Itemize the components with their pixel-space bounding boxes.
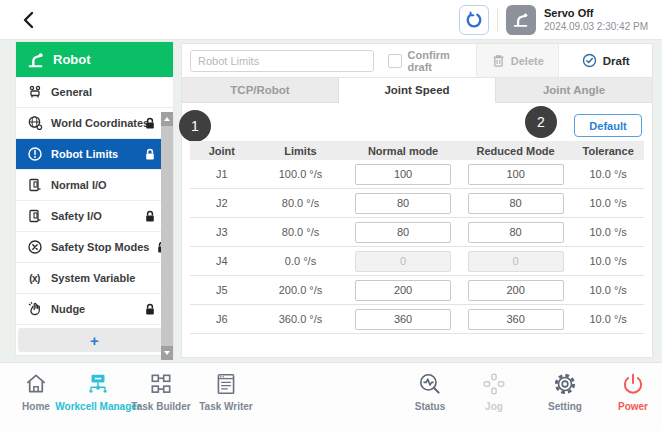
tolerance-value: 10.0 °/s [572, 313, 644, 325]
confirm-draft-label: Confirm draft [408, 49, 477, 73]
table-row-j4: J4 0.0 °/s 10.0 °/s [190, 247, 644, 276]
sidebar-item-label: Robot Limits [51, 148, 118, 160]
reduced-mode-input[interactable] [468, 309, 564, 330]
sidebar-item-robot-limits[interactable]: Robot Limits [16, 139, 173, 170]
tab-joint-speed[interactable]: Joint Speed [339, 78, 496, 103]
normal-mode-input [355, 251, 451, 272]
normal-mode-input[interactable] [355, 164, 451, 185]
sidebar-item-system-variable[interactable]: (x) System Variable [16, 263, 173, 294]
plus-icon: + [90, 332, 99, 349]
tolerance-value: 10.0 °/s [572, 255, 644, 267]
joint-label: J2 [190, 197, 254, 209]
trash-icon [492, 54, 505, 68]
tolerance-value: 10.0 °/s [572, 226, 644, 238]
joint-label: J3 [190, 226, 254, 238]
draft-button[interactable]: Draft [559, 44, 652, 77]
sidebar-title: Robot [53, 52, 91, 67]
nav-power[interactable]: Power [578, 371, 662, 412]
sidebar-header: Robot [16, 42, 173, 77]
item-name-input[interactable] [190, 50, 374, 72]
servo-status: Servo Off [544, 7, 648, 21]
sidebar-item-safety-stop-modes[interactable]: Safety Stop Modes [16, 232, 173, 263]
check-circle-icon [582, 53, 597, 68]
lock-icon [144, 302, 156, 320]
table-row-j2: J2 80.0 °/s 10.0 °/s [190, 189, 644, 218]
sidebar-item-normal-io[interactable]: Normal I/O [16, 170, 173, 201]
tab-tcp-robot[interactable]: TCP/Robot [182, 78, 339, 103]
column-header-reduced-mode: Reduced Mode [459, 145, 573, 157]
normal-mode-input[interactable] [355, 193, 451, 214]
triangle-down-icon [164, 351, 170, 355]
jog-dpad-icon [481, 371, 507, 397]
robot-status-button[interactable] [506, 5, 536, 35]
recovery-arrow-icon [465, 11, 483, 29]
normal-mode-input[interactable] [355, 309, 451, 330]
reduced-mode-input[interactable] [468, 193, 564, 214]
normal-mode-input[interactable] [355, 222, 451, 243]
recovery-button[interactable] [459, 5, 489, 35]
main-panel: Confirm draft Delete Draft TCP/Robot Joi… [181, 43, 653, 358]
delete-button[interactable]: Delete [476, 44, 559, 77]
robot-arm-icon [512, 11, 530, 29]
confirm-draft-checkbox[interactable] [388, 54, 402, 68]
sidebar-item-world-coordinates[interactable]: World Coordinates [16, 108, 173, 139]
limit-value: 100.0 °/s [254, 168, 348, 180]
tolerance-value: 10.0 °/s [572, 284, 644, 296]
sidebar-item-label: Safety Stop Modes [51, 241, 149, 253]
limit-value: 200.0 °/s [254, 284, 348, 296]
normal-mode-input[interactable] [355, 280, 451, 301]
bottom-nav-bar: Home Workcell Manager Task Builder Task … [0, 362, 662, 431]
sidebar-item-general[interactable]: General [16, 77, 173, 108]
nav-label: Task Writer [199, 401, 253, 412]
globe-icon [26, 115, 43, 131]
x-circle-icon [26, 239, 43, 255]
robot-arm-icon [27, 51, 45, 69]
topbar-divider [497, 8, 498, 32]
table-row-j6: J6 360.0 °/s 10.0 °/s [190, 305, 644, 334]
reduced-mode-input[interactable] [468, 280, 564, 301]
nav-label: Power [618, 401, 648, 412]
lock-icon [144, 147, 156, 165]
add-workcell-item-button[interactable]: + [18, 328, 171, 352]
reduced-mode-input[interactable] [468, 222, 564, 243]
tolerance-value: 10.0 °/s [572, 197, 644, 209]
column-header-tolerance: Tolerance [572, 145, 644, 157]
default-button[interactable]: Default [574, 114, 642, 137]
nudge-hand-icon [26, 301, 43, 317]
gear-icon [552, 371, 578, 397]
io-port-icon [26, 177, 43, 193]
limit-value: 80.0 °/s [254, 226, 348, 238]
sidebar-scrollbar[interactable] [161, 112, 173, 360]
timestamp: 2024.09.03 2:30:42 PM [544, 21, 648, 34]
sidebar-item-label: World Coordinates [51, 117, 149, 129]
sidebar-menu: General World Coordinates Robot Limits [16, 77, 173, 325]
io-port-icon [26, 208, 43, 224]
reduced-mode-input[interactable] [468, 164, 564, 185]
nav-task-writer[interactable]: Task Writer [171, 371, 281, 412]
sidebar-item-nudge[interactable]: Nudge [16, 294, 173, 325]
tab-bar: TCP/Robot Joint Speed Joint Angle [182, 78, 652, 103]
limit-value: 360.0 °/s [254, 313, 348, 325]
joint-label: J5 [190, 284, 254, 296]
table-row-j5: J5 200.0 °/s 10.0 °/s [190, 276, 644, 305]
nav-label: Jog [485, 401, 503, 412]
joint-speed-content: 1 2 Default Joint Limits Normal mode Red… [182, 103, 652, 358]
sidebar-item-safety-io[interactable]: Safety I/O [16, 201, 173, 232]
tolerance-value: 10.0 °/s [572, 168, 644, 180]
nav-label: Setting [548, 401, 582, 412]
table-row-j1: J1 100.0 °/s 10.0 °/s [190, 160, 644, 189]
scroll-down-button[interactable] [161, 346, 173, 360]
table-header-row: Joint Limits Normal mode Reduced Mode To… [190, 141, 644, 160]
joint-label: J4 [190, 255, 254, 267]
column-header-normal-mode: Normal mode [347, 145, 459, 157]
scroll-up-button[interactable] [161, 112, 173, 126]
lock-icon [144, 116, 156, 134]
tab-joint-angle[interactable]: Joint Angle [496, 78, 652, 103]
variable-x-icon: (x) [26, 273, 43, 284]
back-button[interactable] [16, 7, 42, 33]
sidebar: Robot General World Coordinates Robot Li… [16, 42, 173, 355]
robot-head-icon [26, 84, 43, 100]
triangle-up-icon [164, 117, 170, 121]
task-writer-icon [213, 371, 239, 397]
joint-speed-table: Joint Limits Normal mode Reduced Mode To… [190, 141, 644, 334]
